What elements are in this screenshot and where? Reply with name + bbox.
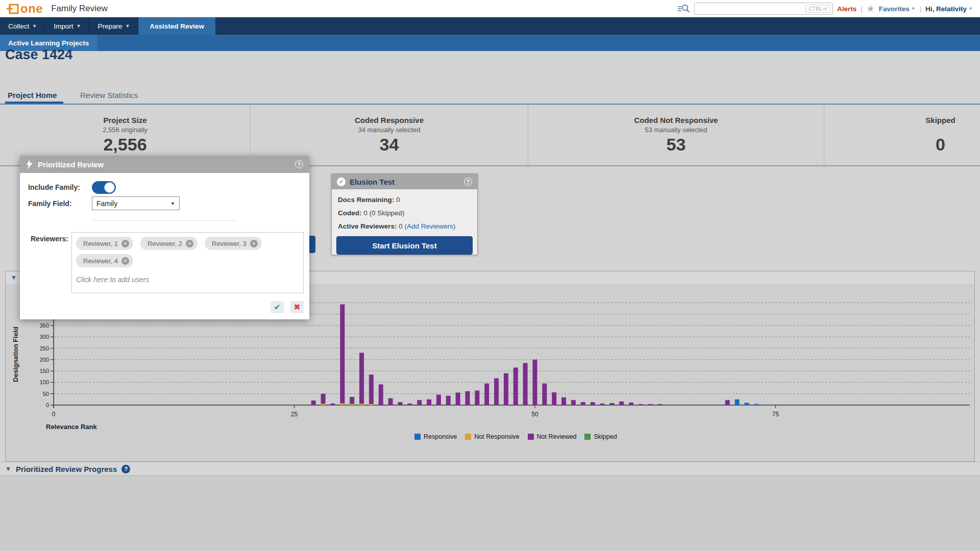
reviewer-chip: Reviewer, 4× [76,254,133,267]
legend-swatch [584,434,591,440]
elusion-stat-row: Active Reviewers: 0 (Add Reviewers) [338,220,471,233]
svg-text:100: 100 [40,379,49,385]
svg-text:300: 300 [40,334,49,340]
toggle-knob [104,182,115,193]
start-elusion-test-button[interactable]: Start Elusion Test [336,236,473,255]
elusion-stat-row: Docs Remaining: 0 [338,193,471,207]
stat-value: 2,556 [0,135,250,155]
stat-subtitle: 34 manually selected [251,126,528,134]
header-separator: | [861,5,862,13]
nav-item-prepare[interactable]: Prepare▼ [89,17,138,35]
reviewer-chip-label: Reviewer, 4 [83,257,118,265]
sub-nav: Active Learning Projects [0,35,980,51]
stat-subtitle [824,126,980,134]
nav-item-label: Prepare [97,22,122,30]
stat-card-skipped: Skipped0 [824,105,980,165]
chevron-down-icon: ▼ [125,23,130,29]
remove-reviewer-icon[interactable]: × [186,240,193,247]
stat-title: Coded Not Responsive [528,116,824,124]
stat-value: 53 [528,135,824,155]
favorites-menu[interactable]: Favorites▼ [879,5,916,13]
nav-item-label: Collect [8,22,29,30]
svg-text:0: 0 [46,402,49,408]
tab-review-statistics[interactable]: Review Statistics [80,91,138,99]
app-title: Family Review [51,4,108,14]
help-icon[interactable]: ? [295,160,303,168]
alerts-link[interactable]: Alerts [837,5,856,13]
elusion-test-panel: ✔ Elusion Test ? Docs Remaining: 0Coded:… [331,173,478,255]
collapse-triangle-icon[interactable]: ▼ [5,465,11,472]
legend-item-responsive: Responsive [414,433,457,440]
lightning-bolt-icon [26,159,33,169]
nav-item-label: Assisted Review [150,22,204,30]
remove-reviewer-icon[interactable]: × [121,240,129,247]
svg-text:250: 250 [40,345,49,352]
logo-text: one [20,2,43,16]
nav-item-import[interactable]: Import▼ [45,17,89,35]
search-input[interactable] [698,5,800,12]
chart-y-axis-label: Designation Field [12,304,19,406]
stat-title: Project Size [0,116,250,124]
circle-check-icon: ✔ [337,178,346,186]
reviewer-chip-label: Reviewer, 1 [83,240,118,247]
caret-down-icon: ▼ [170,201,175,206]
help-icon[interactable]: ? [121,465,130,473]
legend-item-not_responsive: Not Responsive [465,433,519,440]
collapse-triangle-icon[interactable]: ▼ [11,274,17,281]
legend-label: Responsive [424,433,457,440]
legend-label: Not Responsive [474,433,519,440]
add-reviewers-link[interactable]: (Add Reviewers) [405,222,456,230]
main-nav: Collect▼Import▼Prepare▼Assisted Review [0,17,980,35]
elusion-stat-label: Docs Remaining: [338,196,394,204]
search-shortcut-badge: CTRL+/ [805,5,830,13]
chevron-down-icon: ▼ [76,23,81,29]
svg-text:350: 350 [40,322,49,329]
dialog-divider [92,220,237,221]
legend-swatch [465,434,471,440]
confirm-button[interactable]: ✔ [271,301,284,313]
dialog-title: Prioritized Review [38,160,104,169]
tab-project-home[interactable]: Project Home [8,91,57,99]
favorites-star-icon[interactable]: ★ [867,4,875,13]
chevron-down-icon: ▼ [968,6,973,11]
svg-text:50: 50 [531,411,538,418]
search-icon[interactable] [677,4,690,14]
cancel-button[interactable]: ✖ [290,301,304,313]
reviewer-chip: Reviewer, 3× [205,237,262,250]
logo-icon [6,2,19,15]
legend-label: Not Reviewed [537,433,577,440]
stat-card-coded-not-responsive: Coded Not Responsive53 manually selected… [528,105,824,165]
family-field-label: Family Field: [28,199,72,208]
relativity-logo[interactable]: one [6,2,43,16]
include-family-toggle[interactable] [92,181,116,194]
stat-title: Coded Responsive [251,116,528,124]
stat-value: 34 [251,135,528,155]
svg-text:50: 50 [43,391,49,397]
reviewer-chip: Reviewer, 2× [140,237,198,250]
prioritized-review-dialog: Prioritized Review ? Include Family: Fam… [20,156,309,319]
page-title: Case 1424 [5,47,72,63]
nav-item-collect[interactable]: Collect▼ [0,17,45,35]
remove-reviewer-icon[interactable]: × [250,240,258,247]
family-field-value: Family [96,199,117,208]
header-right: CTRL+/ Alerts | ★ Favorites▼ | Hi, Relat… [677,0,973,17]
help-icon[interactable]: ? [464,178,472,186]
reviewers-label: Reviewers: [31,235,68,243]
chevron-down-icon: ▼ [32,23,37,29]
svg-text:25: 25 [291,411,298,418]
svg-text:75: 75 [772,411,779,418]
user-menu[interactable]: Hi, Relativity▼ [925,5,973,13]
prioritized-review-progress-body [0,475,980,551]
stat-value: 0 [824,135,980,155]
add-users-placeholder[interactable]: Click here to add users [76,276,299,284]
reviewers-chips-box[interactable]: Reviewer, 1×Reviewer, 2×Reviewer, 3×Revi… [71,232,304,293]
remove-reviewer-icon[interactable]: × [121,257,129,265]
nav-item-assisted-review[interactable]: Assisted Review [138,17,215,35]
search-box: CTRL+/ [694,3,833,15]
top-header: one Family Review CTRL+/ Alerts | ★ Favo… [0,0,980,17]
elusion-stat-label: Coded: [338,209,362,217]
legend-swatch [414,434,421,440]
legend-item-not_reviewed: Not Reviewed [528,433,577,440]
chart-x-axis-label: Relevance Rank [46,423,97,431]
family-field-select[interactable]: Family ▼ [92,196,180,210]
